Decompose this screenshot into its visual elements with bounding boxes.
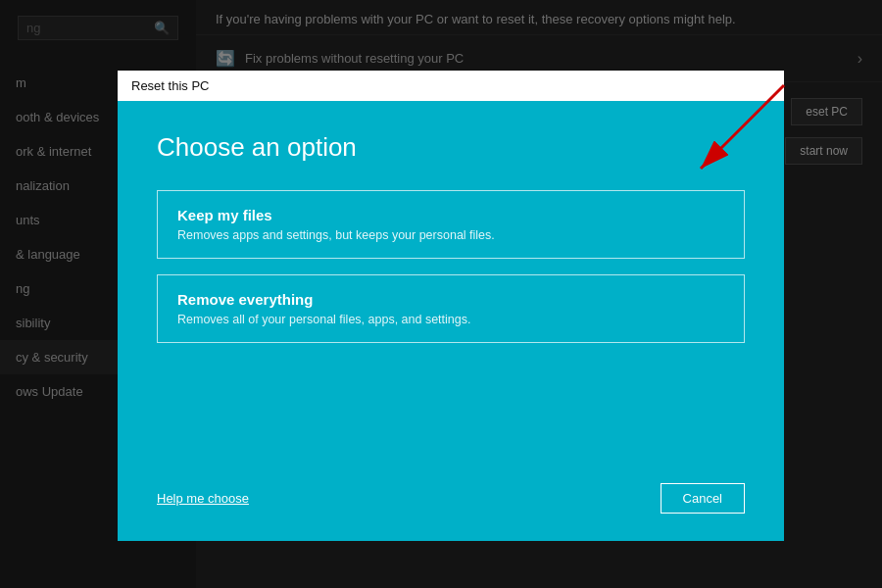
- reset-dialog: Reset this PC Choose an option Keep my f…: [118, 71, 784, 541]
- remove-everything-option[interactable]: Remove everything Removes all of your pe…: [157, 274, 745, 343]
- cancel-button[interactable]: Cancel: [661, 483, 745, 514]
- keep-my-files-title: Keep my files: [177, 207, 724, 223]
- dialog-titlebar: Reset this PC: [118, 71, 784, 101]
- keep-my-files-desc: Removes apps and settings, but keeps you…: [177, 228, 724, 242]
- dialog-title: Reset this PC: [131, 78, 209, 93]
- remove-everything-title: Remove everything: [177, 291, 724, 308]
- keep-my-files-option[interactable]: Keep my files Removes apps and settings,…: [157, 190, 745, 259]
- dialog-body: Choose an option Keep my files Removes a…: [118, 101, 784, 483]
- remove-everything-desc: Removes all of your personal files, apps…: [177, 313, 724, 326]
- dialog-heading: Choose an option: [157, 132, 745, 163]
- dialog-footer: Help me choose Cancel: [118, 483, 784, 541]
- help-me-choose-link[interactable]: Help me choose: [157, 491, 249, 506]
